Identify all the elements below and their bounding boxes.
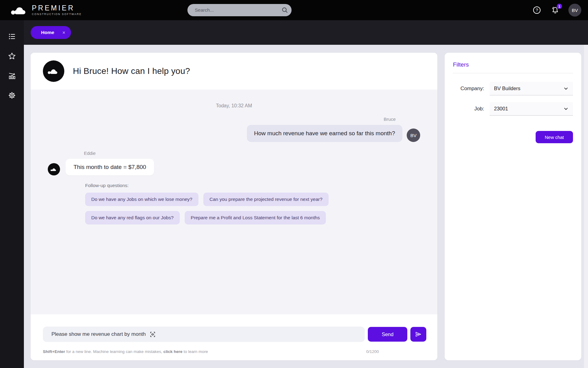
job-value: 23001 [494, 106, 508, 112]
help-button[interactable]: ? [532, 5, 542, 15]
message-bubble: This month to date = $7,800 [66, 159, 154, 175]
hint-text: for a new line. Machine learning can mak… [65, 349, 163, 354]
brand-tagline: CONSTRUCTION SOFTWARE [32, 13, 82, 16]
paper-plane-icon [415, 331, 422, 338]
job-select[interactable]: 23001 [490, 102, 573, 116]
chat-header: Hi Bruce! How can I help you? [31, 53, 437, 90]
left-sidebar [0, 20, 24, 368]
sidebar-item-reports[interactable] [7, 71, 17, 80]
company-filter-row: Company: BV Builders [453, 82, 573, 95]
followup-section: Follow-up questions: Do we have any Jobs… [85, 183, 420, 224]
sidebar-item-settings[interactable] [7, 91, 17, 100]
followup-label: Follow-up questions: [85, 183, 420, 188]
tab-home[interactable]: Home ✕ [31, 26, 71, 39]
company-label: Company: [453, 86, 490, 92]
chat-greeting: Hi Bruce! How can I help you? [73, 66, 190, 76]
followup-chip[interactable]: Can you prepare the projected revenue fo… [203, 193, 329, 206]
assistant-avatar [43, 60, 64, 82]
hint-shortcut: Shift+Enter [43, 349, 65, 354]
notifications-button[interactable]: 1 [550, 5, 560, 15]
char-counter: 0/1200 [366, 349, 379, 354]
message-input-value: Please show me revenue chart by month [51, 331, 146, 337]
company-value: BV Builders [494, 86, 520, 91]
message-assistant: Eddie This month to date = $7,800 [48, 151, 420, 175]
filters-panel: Filters Company: BV Builders Job: 23001 … [445, 53, 581, 360]
gear-icon [8, 91, 16, 99]
chat-messages: Today, 10:32 AM Bruce How much revenue h… [31, 90, 437, 314]
chevron-down-icon [563, 105, 569, 112]
message-input[interactable]: Please show me revenue chart by month [43, 327, 365, 342]
sidebar-item-favorites[interactable] [7, 52, 17, 61]
cloud-logo-icon [11, 5, 29, 16]
company-select[interactable]: BV Builders [490, 82, 573, 95]
close-icon[interactable]: ✕ [62, 31, 66, 35]
followup-chip[interactable]: Prepare me a Profit and Loss Statement f… [185, 211, 326, 224]
svg-text:?: ? [536, 8, 538, 13]
chat-timestamp: Today, 10:32 AM [48, 103, 420, 109]
job-filter-row: Job: 23001 [453, 102, 573, 116]
assistant-message-avatar [48, 163, 60, 175]
chat-composer: Please show me revenue chart by month Se… [31, 314, 437, 360]
top-bar: PREMIER CONSTRUCTION SOFTWARE ? 1 [0, 0, 588, 20]
brand-logo: PREMIER CONSTRUCTION SOFTWARE [11, 5, 82, 16]
chevron-down-icon [563, 85, 569, 92]
list-icon [8, 33, 16, 40]
search-input[interactable] [187, 7, 278, 13]
sidebar-item-list[interactable] [7, 32, 17, 41]
send-button[interactable]: Send [368, 327, 407, 342]
notification-badge: 1 [557, 4, 562, 9]
search-icon[interactable] [278, 4, 292, 16]
job-label: Job: [453, 106, 490, 112]
bar-chart-icon [8, 72, 16, 80]
tab-bar: Home ✕ [24, 20, 588, 45]
message-user: Bruce How much revenue have we earned so… [48, 117, 420, 142]
filters-title: Filters [453, 61, 573, 68]
divider [453, 73, 573, 73]
question-icon: ? [533, 6, 541, 14]
voice-input-icon[interactable] [149, 331, 156, 338]
brand-name: PREMIER [32, 5, 82, 12]
topbar-actions: ? 1 BV [532, 0, 581, 20]
global-search[interactable] [187, 4, 292, 16]
new-chat-button[interactable]: New chat [536, 131, 573, 143]
chat-panel: Hi Bruce! How can I help you? Today, 10:… [31, 53, 437, 360]
message-author: Bruce [384, 117, 396, 122]
user-message-avatar: BV [407, 128, 420, 142]
followup-chip[interactable]: Do we have any red flags on our Jobs? [85, 211, 180, 224]
send-icon-button[interactable] [410, 327, 426, 342]
message-author: Eddie [84, 151, 420, 156]
composer-hint: Shift+Enter for a new line. Machine lear… [43, 349, 208, 354]
star-icon [8, 52, 16, 60]
message-bubble: How much revenue have we earned so far t… [247, 125, 402, 142]
scrollbar[interactable] [584, 45, 588, 368]
tab-home-label: Home [41, 30, 54, 35]
main-content: Hi Bruce! How can I help you? Today, 10:… [24, 45, 588, 368]
cloud-icon [47, 67, 60, 75]
hint-link[interactable]: click here [164, 349, 183, 354]
cloud-icon [50, 167, 58, 172]
user-avatar[interactable]: BV [568, 4, 581, 17]
hint-text: to learn more [183, 349, 208, 354]
followup-chip[interactable]: Do we have any Jobs on which we lose mon… [85, 193, 198, 206]
